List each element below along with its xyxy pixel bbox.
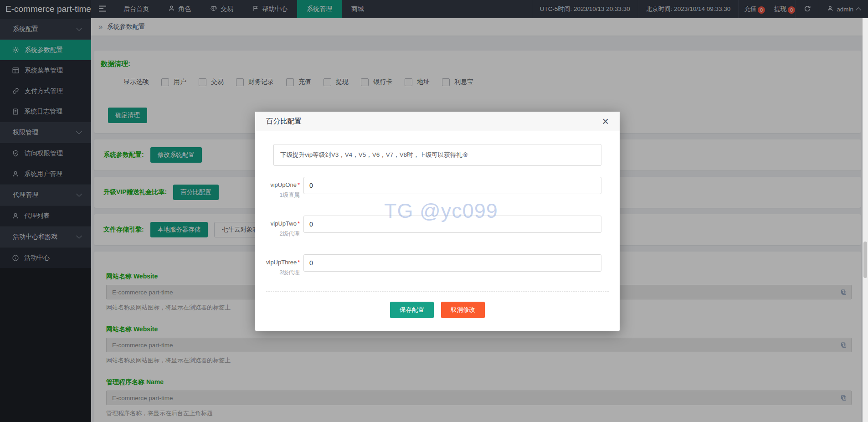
page-scrollbar[interactable]: [863, 18, 868, 422]
modal-footer: 保存配置 取消修改: [266, 291, 609, 324]
vipUpOne-input[interactable]: [303, 177, 601, 194]
vipUpTwo-input[interactable]: [303, 216, 601, 233]
vipUpOne-label-col: vipUpOne* 1级直属: [266, 177, 300, 199]
cancel-modify-button[interactable]: 取消修改: [441, 302, 485, 318]
vipUpTwo-sublabel: 2级代理: [266, 230, 300, 238]
vipUpThree-row: vipUpThree* 3级代理: [266, 254, 601, 277]
required-asterisk: *: [298, 220, 300, 227]
required-asterisk: *: [298, 181, 300, 188]
vipUpTwo-label-col: vipUpTwo* 2级代理: [266, 216, 300, 238]
vipUpTwo-row: vipUpTwo* 2级代理: [266, 216, 601, 238]
scrollbar-thumb[interactable]: [863, 242, 867, 278]
vipUpOne-sublabel: 1级直属: [266, 191, 300, 199]
close-icon[interactable]: ×: [602, 116, 609, 127]
modal-title: 百分比配置: [266, 117, 302, 126]
required-asterisk: *: [298, 259, 300, 266]
vipUpThree-label: vipUpThree: [266, 259, 297, 266]
vipUpOne-row: vipUpOne* 1级直属: [266, 177, 601, 199]
vipUpThree-label-col: vipUpThree* 3级代理: [266, 254, 300, 277]
vipUpOne-label: vipUpOne: [270, 181, 297, 188]
vip-description-input[interactable]: [273, 144, 601, 166]
modal-header: 百分比配置 ×: [255, 112, 620, 131]
modal-body: vipUpOne* 1级直属 vipUpTwo* 2级代理 vipUpThree…: [255, 131, 620, 331]
vipUpThree-input[interactable]: [303, 254, 601, 272]
vipUpTwo-label: vipUpTwo: [271, 220, 297, 227]
vipUpThree-sublabel: 3级代理: [266, 269, 300, 277]
percentage-config-modal: 百分比配置 × vipUpOne* 1级直属 vipUpTwo* 2级代理: [255, 112, 620, 331]
save-config-button[interactable]: 保存配置: [390, 302, 434, 318]
